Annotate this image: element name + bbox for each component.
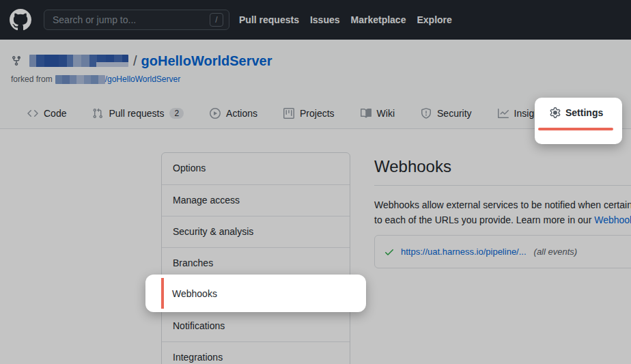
sidebar-item-label: Webhooks	[172, 275, 217, 312]
github-settings-page: / Pull requests Issues Marketplace Explo…	[0, 0, 631, 364]
sidebar-item-webhooks[interactable]: Webhooks	[145, 275, 366, 312]
active-tab-underline	[538, 128, 613, 130]
active-item-indicator	[161, 278, 164, 309]
gear-icon	[550, 107, 561, 118]
settings-tab-content: Settings	[550, 107, 603, 118]
tab-label: Settings	[565, 107, 603, 118]
tab-settings[interactable]: Settings	[535, 98, 622, 144]
